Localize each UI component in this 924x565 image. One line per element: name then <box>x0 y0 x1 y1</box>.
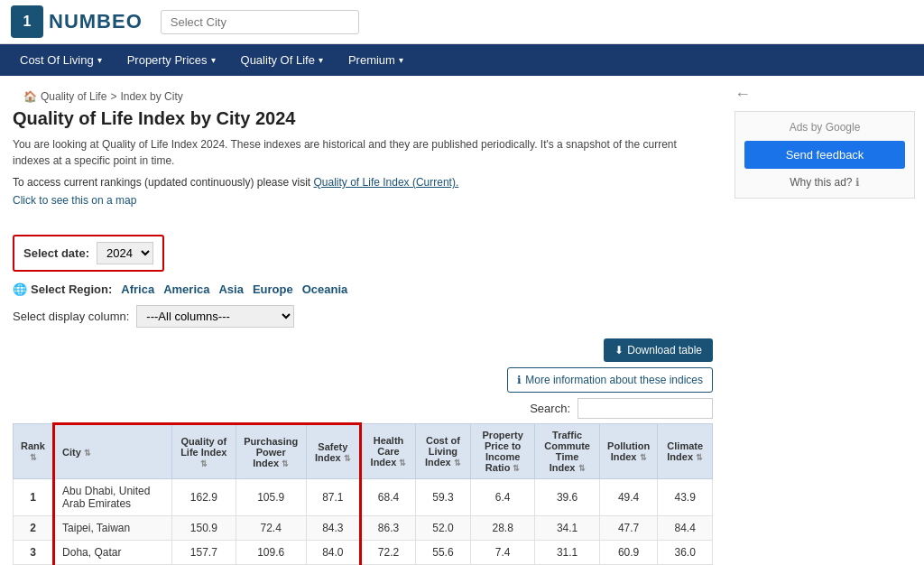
search-row: Search: <box>13 398 713 419</box>
date-select[interactable]: 2024 2023 2022 2021 2020 <box>97 242 153 264</box>
display-col-label: Select display column: <box>13 310 129 323</box>
nav-premium-arrow: ▾ <box>399 55 403 65</box>
more-info-button[interactable]: ℹ More information about these indices <box>507 367 713 393</box>
date-selector: Select date: 2024 2023 2022 2021 2020 <box>13 235 164 272</box>
logo-area: 1 NUMBEO <box>11 5 143 38</box>
download-table-button[interactable]: ⬇ Download table <box>604 338 713 362</box>
current-rankings-text: To access current rankings (updated cont… <box>13 176 713 189</box>
page-title: Quality of Life Index by City 2024 <box>13 108 713 129</box>
nav-quality-of-life[interactable]: Quality Of Life ▾ <box>228 44 336 76</box>
nav-cost-of-living-label: Cost Of Living <box>20 53 94 67</box>
map-link[interactable]: Click to see this on a map <box>13 194 713 207</box>
table-row: 2 Taipei, Taiwan 150.9 72.4 84.3 86.3 52… <box>14 516 713 541</box>
cell-col: 55.6 <box>415 541 470 565</box>
cell-safety: 84.0 <box>306 541 360 565</box>
ads-label: Ads by Google <box>744 121 905 134</box>
nav-property-prices[interactable]: Property Prices ▾ <box>115 44 228 76</box>
cell-health: 68.4 <box>361 479 416 516</box>
cell-rank: 3 <box>14 541 54 565</box>
cell-qol: 150.9 <box>171 516 236 541</box>
logo-text: NUMBEO <box>49 10 143 33</box>
breadcrumb-index-by-city: Index by City <box>120 90 182 103</box>
region-america[interactable]: America <box>163 282 209 296</box>
download-icon: ⬇ <box>614 344 624 357</box>
cell-city: Doha, Qatar <box>54 541 172 565</box>
cell-city: Abu Dhabi, United Arab Emirates <box>54 479 172 516</box>
region-oceania[interactable]: Oceania <box>302 282 348 296</box>
table-search-input[interactable] <box>578 398 713 419</box>
cell-pollution: 60.9 <box>599 541 658 565</box>
download-label: Download table <box>627 344 702 357</box>
nav-property-prices-arrow: ▾ <box>211 55 216 65</box>
cell-health: 72.2 <box>361 541 416 565</box>
table-row: 1 Abu Dhabi, United Arab Emirates 162.9 … <box>14 479 713 516</box>
nav-premium[interactable]: Premium ▾ <box>336 44 416 76</box>
th-ppr[interactable]: Property Price to Income Ratio ⇅ <box>470 424 535 479</box>
main: 🏠 Quality of Life > Index by City Qualit… <box>0 76 924 565</box>
breadcrumb-qol[interactable]: Quality of Life <box>41 90 106 103</box>
cell-climate: 84.4 <box>658 516 713 541</box>
nav-quality-of-life-label: Quality Of Life <box>241 53 315 67</box>
search-input[interactable] <box>161 10 359 34</box>
cell-traffic: 31.1 <box>535 541 599 565</box>
th-safety[interactable]: Safety Index ⇅ <box>306 424 360 479</box>
region-asia[interactable]: Asia <box>218 282 243 296</box>
th-col[interactable]: Cost of Living Index ⇅ <box>415 424 470 479</box>
region-selector: 🌐 Select Region: Africa America Asia Eur… <box>13 282 713 296</box>
cell-ppr: 6.4 <box>470 479 535 516</box>
globe-icon: 🌐 <box>13 282 27 296</box>
cell-ppr: 28.8 <box>470 516 535 541</box>
why-ad-link[interactable]: Why this ad? ℹ <box>744 176 905 189</box>
cell-qol: 162.9 <box>171 479 236 516</box>
cell-safety: 87.1 <box>306 479 360 516</box>
home-icon: 🏠 <box>23 90 37 103</box>
cell-traffic: 34.1 <box>535 516 599 541</box>
breadcrumb: 🏠 Quality of Life > Index by City <box>13 85 713 108</box>
th-health[interactable]: Health Care Index ⇅ <box>361 424 416 479</box>
th-traffic[interactable]: Traffic Commute Time Index ⇅ <box>535 424 599 479</box>
cell-col: 52.0 <box>415 516 470 541</box>
ads-area: Ads by Google Send feedback Why this ad?… <box>735 111 915 199</box>
sidebar: ← Ads by Google Send feedback Why this a… <box>725 76 924 565</box>
region-europe[interactable]: Europe <box>253 282 293 296</box>
info-icon: ℹ <box>517 374 522 386</box>
nav-cost-of-living[interactable]: Cost Of Living ▾ <box>7 44 115 76</box>
cell-col: 59.3 <box>415 479 470 516</box>
cell-ppr: 7.4 <box>470 541 535 565</box>
cell-ppi: 109.6 <box>236 541 306 565</box>
cell-rank: 1 <box>14 479 54 516</box>
breadcrumb-sep: > <box>110 90 116 103</box>
th-climate[interactable]: Climate Index ⇅ <box>658 424 713 479</box>
header: 1 NUMBEO <box>0 0 924 44</box>
display-column-selector: Select display column: ---All columns---… <box>13 305 713 328</box>
cell-ppi: 72.4 <box>236 516 306 541</box>
date-selector-label: Select date: <box>23 246 89 260</box>
nav: Cost Of Living ▾ Property Prices ▾ Quali… <box>0 44 924 76</box>
send-feedback-button[interactable]: Send feedback <box>744 141 905 169</box>
data-table: Rank ⇅ City ⇅ Quality of Life Index ⇅ Pu… <box>13 422 713 565</box>
logo-icon: 1 <box>11 5 43 38</box>
region-africa[interactable]: Africa <box>121 282 154 296</box>
page-description: You are looking at Quality of Life Index… <box>13 136 680 169</box>
cell-pollution: 47.7 <box>599 516 658 541</box>
nav-quality-of-life-arrow: ▾ <box>319 55 323 65</box>
th-qol[interactable]: Quality of Life Index ⇅ <box>171 424 236 479</box>
current-link-anchor[interactable]: Quality of Life Index (Current). <box>314 176 459 189</box>
back-button[interactable]: ← <box>735 85 915 104</box>
th-rank[interactable]: Rank ⇅ <box>14 424 54 479</box>
th-city[interactable]: City ⇅ <box>54 424 172 479</box>
current-link-prefix: To access current rankings (updated cont… <box>13 176 310 189</box>
th-pollution[interactable]: Pollution Index ⇅ <box>599 424 658 479</box>
display-col-select[interactable]: ---All columns--- Quality of Life Index … <box>136 305 294 328</box>
region-label: 🌐 Select Region: <box>13 282 112 296</box>
table-body: 1 Abu Dhabi, United Arab Emirates 162.9 … <box>14 479 713 566</box>
table-controls: ⬇ Download table <box>13 338 713 362</box>
cell-rank: 2 <box>14 516 54 541</box>
cell-climate: 43.9 <box>658 479 713 516</box>
content: 🏠 Quality of Life > Index by City Qualit… <box>0 76 725 565</box>
region-label-text: Select Region: <box>31 282 112 296</box>
cell-climate: 36.0 <box>658 541 713 565</box>
more-info-label: More information about these indices <box>525 374 703 386</box>
th-ppi[interactable]: Purchasing Power Index ⇅ <box>236 424 306 479</box>
search-label: Search: <box>530 402 570 415</box>
